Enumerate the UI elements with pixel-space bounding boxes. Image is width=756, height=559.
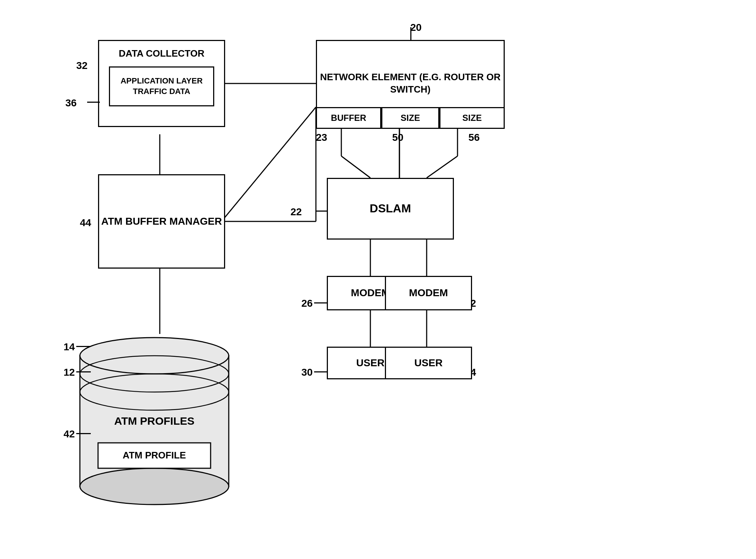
ref-20: 20 [410, 22, 422, 33]
atm-buffer-manager-box: ATM BUFFER MANAGER [98, 174, 225, 269]
svg-point-17 [80, 468, 229, 505]
ref-32: 32 [76, 60, 88, 72]
data-collector-box: DATA COLLECTOR APPLICATION LAYER TRAFFIC… [98, 40, 225, 127]
database-cylinder: ATM PROFILES ATM PROFILE [73, 334, 236, 508]
svg-line-8 [341, 156, 370, 178]
size1-box: SIZE [381, 107, 439, 129]
ref-23: 23 [316, 132, 327, 143]
dslam-box: DSLAM [327, 178, 454, 240]
size2-box: SIZE [439, 107, 505, 129]
ref-56: 56 [468, 132, 480, 143]
svg-line-11 [427, 156, 458, 178]
app-layer-box: APPLICATION LAYER TRAFFIC DATA [109, 66, 214, 106]
user2-box: USER [385, 347, 472, 379]
modem2-box: MODEM [385, 276, 472, 310]
buffer-box: BUFFER [316, 107, 381, 129]
ref-44: 44 [80, 217, 91, 229]
svg-text:ATM PROFILE: ATM PROFILE [123, 450, 186, 461]
ref-26: 26 [301, 298, 313, 309]
diagram: 20 NETWORK ELEMENT (E.G. ROUTER OR SWITC… [0, 0, 756, 559]
ref-22: 22 [290, 206, 302, 218]
ref-30: 30 [301, 367, 313, 378]
svg-line-1 [221, 107, 316, 221]
ref-50: 50 [392, 132, 403, 143]
ref-36: 36 [65, 97, 77, 109]
svg-text:ATM PROFILES: ATM PROFILES [114, 415, 194, 427]
